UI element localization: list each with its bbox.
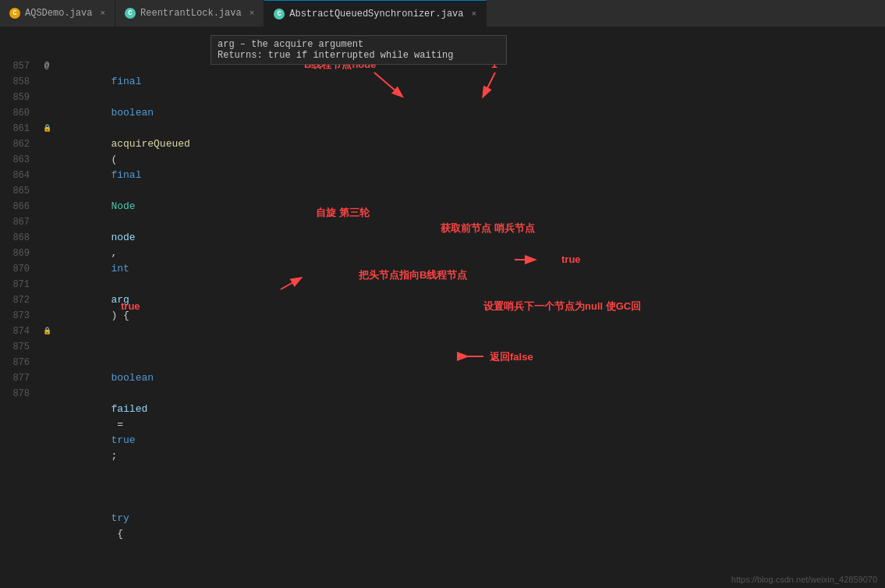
line-861: 861 🔒 [0, 121, 62, 136]
linenum-867: 867 [0, 214, 39, 230]
line-862: 862 [0, 136, 62, 152]
linelock-866 [39, 199, 55, 214]
linelock-861: 🔒 [39, 121, 55, 136]
code-line-857: final boolean acquireQueued ( final Node… [62, 58, 885, 339]
linelock-858 [39, 74, 55, 90]
linelock-867 [39, 214, 55, 230]
editor-container: arg – the acquire argument Returns: true… [0, 27, 885, 588]
line-858: 858 [0, 74, 62, 90]
linenum-877: 877 [0, 370, 39, 386]
kw-int: int [111, 263, 129, 275]
linenum-871: 871 [0, 277, 39, 292]
kw-try: try [111, 512, 129, 524]
var-node: node [111, 232, 135, 243]
kw-boolean-857: boolean [111, 107, 154, 119]
line-878: 878 [0, 386, 62, 402]
tab-label-aqsdemo: AQSDemo.java [25, 8, 92, 19]
tab-close-abstractqueued[interactable]: × [472, 9, 477, 19]
linelock-870 [39, 261, 55, 277]
line-866: 866 [0, 199, 62, 214]
tab-aqsdemo[interactable]: C AQSDemo.java × [0, 0, 115, 27]
linelock-877 [39, 370, 55, 386]
var-failed: failed [111, 403, 147, 415]
tab-icon-abstractqueued: C [274, 9, 285, 19]
kw-true-858: true [111, 434, 135, 446]
linelock-876 [39, 355, 55, 370]
tab-label-abstractqueued: AbstractQueuedSynchronizer.java [289, 9, 463, 19]
linelock-863 [39, 152, 55, 168]
tab-abstractqueued[interactable]: C AbstractQueuedSynchronizer.java × [264, 0, 487, 27]
line-857: 857 @ [0, 58, 62, 74]
var-arg: arg [111, 294, 129, 306]
linelock-868 [39, 230, 55, 246]
line-869: 869 [0, 246, 62, 261]
line-872: 872 [0, 292, 62, 308]
code-content: final boolean acquireQueued ( final Node… [62, 58, 885, 588]
tab-reentrantlock[interactable]: C ReentrantLock.java × [115, 0, 264, 27]
line-873: 873 [0, 308, 62, 324]
linelock-869 [39, 246, 55, 261]
linenum-868: 868 [0, 230, 39, 246]
linelock-859 [39, 90, 55, 105]
line-numbers-gutter: 857 @ 858 859 860 861 🔒 862 [0, 58, 62, 588]
line-877: 877 [0, 370, 62, 386]
kw-final-857: final [111, 76, 141, 87]
linelock-874: 🔒 [39, 324, 55, 339]
linenum-878: 878 [0, 386, 39, 402]
line-875: 875 [0, 339, 62, 355]
line-870: 870 [0, 261, 62, 277]
kw-boolean-858: boolean [111, 372, 154, 384]
line-865: 865 [0, 183, 62, 199]
code-line-858: boolean failed = true ; [62, 339, 885, 480]
tab-label-reentrantlock: ReentrantLock.java [140, 8, 242, 19]
tab-icon-reentrantlock: C [125, 8, 136, 19]
line-871: 871 [0, 277, 62, 292]
linelock-864 [39, 168, 55, 183]
type-node: Node [111, 200, 135, 212]
linenum-872: 872 [0, 292, 39, 308]
linelock-873 [39, 308, 55, 324]
linenum-860: 860 [0, 105, 39, 121]
linenum-864: 864 [0, 168, 39, 183]
line-860: 860 [0, 105, 62, 121]
linenum-870: 870 [0, 261, 39, 277]
linemark-857: @ [39, 58, 55, 74]
linelock-862 [39, 136, 55, 152]
method-acquireQueued: acquireQueued [111, 138, 189, 150]
kw-final-node: final [111, 169, 141, 181]
linenum-876: 876 [0, 355, 39, 370]
code-line-860: boolean interrupted = false ; [62, 558, 885, 588]
tab-close-aqsdemo[interactable]: × [100, 9, 105, 18]
linenum-874: 874 [0, 324, 39, 339]
line-863: 863 [0, 152, 62, 168]
linenum-861: 861 [0, 121, 39, 136]
code-editor: 857 @ 858 859 860 861 🔒 862 [0, 27, 885, 588]
linenum-873: 873 [0, 308, 39, 324]
line-868: 868 [0, 230, 62, 246]
code-line-859: try { [62, 480, 885, 558]
linelock-865 [39, 183, 55, 199]
linelock-872 [39, 292, 55, 308]
line-874: 874 🔒 [0, 324, 62, 339]
line-864: 864 [0, 168, 62, 183]
linenum-857: 857 [0, 58, 39, 74]
line-876: 876 [0, 355, 62, 370]
linenum-869: 869 [0, 246, 39, 261]
tab-close-reentrantlock[interactable]: × [250, 9, 255, 18]
linenum-859: 859 [0, 90, 39, 105]
tab-bar: C AQSDemo.java × C ReentrantLock.java × … [0, 0, 885, 27]
linenum-866: 866 [0, 199, 39, 214]
tab-icon-aqsdemo: C [9, 8, 20, 19]
linelock-860 [39, 105, 55, 121]
linenum-863: 863 [0, 152, 39, 168]
line-867: 867 [0, 214, 62, 230]
linenum-865: 865 [0, 183, 39, 199]
linenum-875: 875 [0, 339, 39, 355]
line-859: 859 [0, 90, 62, 105]
linenum-862: 862 [0, 136, 39, 152]
linenum-858: 858 [0, 74, 39, 90]
linelock-871 [39, 277, 55, 292]
linelock-878 [39, 386, 55, 402]
linelock-875 [39, 339, 55, 355]
